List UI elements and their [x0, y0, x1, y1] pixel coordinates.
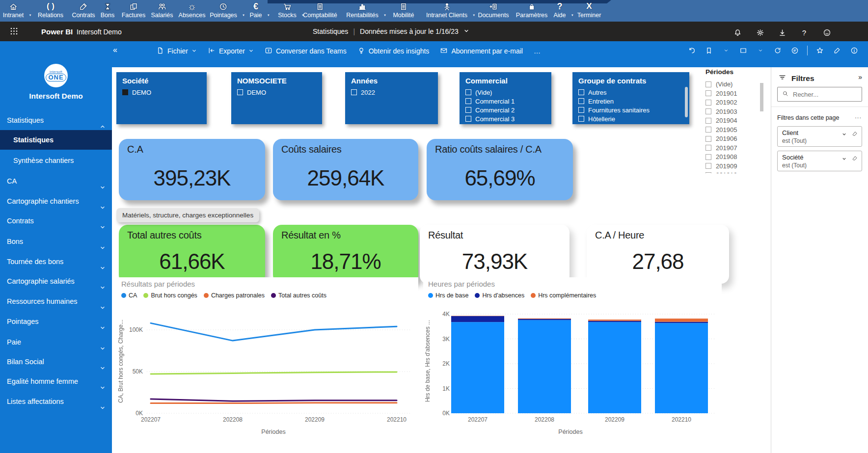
- periodes-option[interactable]: 201910: [705, 171, 737, 173]
- bell-icon[interactable]: [732, 27, 743, 38]
- filter-card-soci-t-[interactable]: Sociétéest (Tout): [777, 151, 862, 171]
- periodes-option[interactable]: 201908: [705, 153, 737, 160]
- legend-item[interactable]: CA: [121, 292, 137, 299]
- dropdown-arrow-icon[interactable]: ▾: [473, 13, 475, 17]
- slicer-option[interactable]: Hôtellerie: [578, 114, 683, 123]
- action--[interactable]: …: [534, 45, 541, 57]
- action-abonnement-par-e-mail[interactable]: Abonnement par e-mail: [440, 45, 523, 57]
- edit-icon[interactable]: [832, 45, 842, 56]
- undo-icon[interactable]: [687, 45, 697, 56]
- line-chart-resultats-par-periodes[interactable]: Résultats par périodesCABrut hors congés…: [116, 277, 418, 437]
- sidebar-item-bons[interactable]: Bons: [0, 232, 112, 251]
- legend-item[interactable]: Hrs complémentaires: [531, 292, 596, 299]
- chevron-down-icon[interactable]: [756, 45, 765, 56]
- more-options-icon[interactable]: ...: [855, 112, 862, 120]
- slicer-option[interactable]: 2022: [351, 88, 432, 97]
- toolbar-item-comptabilité[interactable]: Comptabilité: [303, 1, 337, 19]
- slicer-soci-t-[interactable]: SociétéDEMO: [116, 72, 207, 124]
- legend-item[interactable]: Hrs de base: [428, 292, 468, 299]
- kpi-r-sultat-en-[interactable]: Résultat en %18,71%: [273, 225, 418, 284]
- toolbar-item-absences[interactable]: ☼Absences: [179, 1, 206, 19]
- collapse-filters-button[interactable]: »: [858, 73, 862, 81]
- checkbox-unchecked[interactable]: [578, 116, 584, 122]
- sidebar-item-paie[interactable]: Paie: [0, 332, 112, 352]
- comment-icon[interactable]: [790, 45, 800, 56]
- slicer-option[interactable]: Fournitures sanitaires: [578, 106, 683, 114]
- toolbar-item-stocks[interactable]: Stocks▾: [278, 1, 297, 19]
- toolbar-item-rentabilités[interactable]: Rentabilités▾: [346, 1, 378, 19]
- periodes-option[interactable]: 201904: [705, 117, 737, 124]
- action-exporter[interactable]: Exporter: [208, 45, 254, 57]
- checkbox-unchecked[interactable]: [705, 100, 711, 106]
- periodes-option[interactable]: 201903: [705, 108, 737, 115]
- checkbox-unchecked[interactable]: [705, 172, 711, 174]
- slicer-commercial[interactable]: Commercial(Vide)Commercial 1Commercial 2…: [460, 72, 551, 124]
- legend-item[interactable]: Hrs d'absences: [475, 292, 524, 299]
- slicer-option[interactable]: Entretien: [578, 97, 683, 106]
- checkbox-unchecked[interactable]: [465, 116, 471, 122]
- dropdown-arrow-icon[interactable]: ▾: [268, 13, 270, 17]
- bookmark-icon[interactable]: [704, 45, 714, 56]
- checkbox-unchecked[interactable]: [237, 89, 243, 95]
- legend-item[interactable]: Charges patronales: [204, 292, 265, 299]
- sidebar-item-cartographie-salari-s[interactable]: Cartographie salariés: [0, 271, 112, 291]
- toolbar-item-documents[interactable]: Documents: [478, 1, 509, 19]
- refresh-icon[interactable]: [773, 45, 783, 56]
- kpi-c-a-heure[interactable]: C.A / Heure27,68: [587, 225, 729, 284]
- info-icon[interactable]: [849, 45, 859, 56]
- sidebar-item-synth-se-chantiers[interactable]: Synthèse chantiers: [0, 151, 112, 170]
- filters-search[interactable]: [777, 87, 862, 102]
- checkbox-checked[interactable]: [122, 89, 128, 95]
- sidebar-item-statistiques[interactable]: Statistiques: [0, 110, 112, 130]
- chevron-down-icon[interactable]: [841, 155, 847, 163]
- kpi-total-autres-co-ts[interactable]: Total autres coûts61,66K: [119, 225, 265, 284]
- eraser-icon[interactable]: [852, 155, 858, 163]
- sidebar-item-ca[interactable]: CA: [0, 171, 112, 191]
- filters-search-input[interactable]: [793, 91, 847, 98]
- checkbox-unchecked[interactable]: [705, 163, 711, 169]
- toolbar-item-mobilité[interactable]: Mobilité: [393, 1, 414, 19]
- report-name[interactable]: Statistiques: [313, 27, 348, 35]
- slicer-groupe-de-contrats[interactable]: Groupe de contratsAutresEntretienFournit…: [572, 72, 689, 124]
- filter-card-client[interactable]: Clientest (Tout): [777, 126, 862, 147]
- checkbox-unchecked[interactable]: [578, 89, 584, 95]
- toolbar-item-paie[interactable]: €Paie▾: [249, 1, 262, 19]
- dropdown-arrow-icon[interactable]: ▾: [571, 13, 573, 17]
- sidebar-item-pointages[interactable]: Pointages: [0, 312, 112, 331]
- checkbox-unchecked[interactable]: [705, 145, 711, 151]
- slicer-option[interactable]: Commercial 3: [465, 114, 545, 123]
- periodes-option[interactable]: 201907: [705, 144, 737, 152]
- data-updated-label[interactable]: Données mises à jour le 1/16/23: [360, 27, 459, 35]
- periodes-option[interactable]: 201906: [705, 135, 737, 142]
- smiley-icon[interactable]: [821, 27, 833, 38]
- sidebar-item-tourn-e-des-bons[interactable]: Tournée des bons: [0, 252, 112, 271]
- checkbox-unchecked[interactable]: [705, 90, 711, 96]
- download-icon[interactable]: [776, 27, 788, 38]
- collapse-sidebar-button[interactable]: «: [113, 46, 117, 54]
- kpi-c-a[interactable]: C.A395,23K: [119, 139, 265, 200]
- checkbox-unchecked[interactable]: [465, 89, 471, 95]
- scrollbar-thumb[interactable]: [685, 87, 688, 117]
- checkbox-unchecked[interactable]: [705, 108, 711, 114]
- toolbar-item-aide[interactable]: ?Aide▾: [553, 1, 566, 19]
- checkbox-unchecked[interactable]: [578, 98, 584, 104]
- periodes-option[interactable]: 201902: [705, 99, 737, 106]
- periodes-option[interactable]: 201909: [705, 162, 737, 170]
- slicer-option[interactable]: Autres: [578, 88, 683, 97]
- sidebar-item-cartographie-chantiers[interactable]: Cartographie chantiers: [0, 191, 112, 211]
- waffle-menu-icon[interactable]: [8, 27, 20, 36]
- sidebar-item-contrats[interactable]: Contrats: [0, 211, 112, 231]
- action-fichier[interactable]: Fichier: [156, 45, 197, 57]
- slicer-option[interactable]: DEMO: [122, 88, 201, 97]
- sidebar-item-ressources-humaines[interactable]: Ressources humaines: [0, 292, 112, 311]
- legend-item[interactable]: Brut hors congés: [143, 292, 197, 299]
- checkbox-unchecked[interactable]: [578, 107, 584, 113]
- action-obtenir-des-insights[interactable]: Obtenir des insights: [357, 45, 430, 57]
- toolbar-item-salariés[interactable]: Salariés: [151, 1, 173, 19]
- kpi-ratio-co-ts-salaires-c-a[interactable]: Ratio coûts salaires / C.A65,69%: [427, 139, 573, 200]
- bar-chart-heures-par-periodes[interactable]: Heures par périodesHrs de baseHrs d'abse…: [423, 277, 722, 437]
- toolbar-item-bons[interactable]: Bons: [101, 1, 115, 19]
- toolbar-item-pointages[interactable]: Pointages▾: [210, 1, 237, 19]
- toolbar-item-relations[interactable]: ( )Relations: [38, 1, 63, 19]
- dropdown-arrow-icon[interactable]: ▾: [29, 13, 31, 17]
